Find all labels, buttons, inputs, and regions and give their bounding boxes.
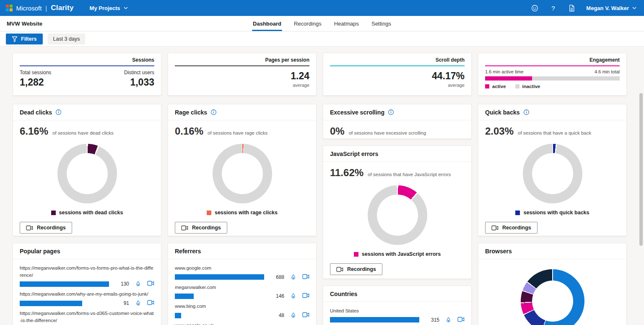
rage-clicks-card: Rage clicks 0.16% of sessions have rage … [168, 104, 317, 236]
countries-list: United States 315 United Kingdom [323, 302, 471, 325]
javascript-errors-recordings-button[interactable]: Recordings [330, 263, 382, 275]
popular-pages-card: Popular pages https://meganvwalker.com/f… [13, 243, 161, 325]
item-label: www.google.co.uk [175, 322, 309, 325]
dead-clicks-card: Dead clicks 6.16% of sessions have dead … [13, 104, 161, 236]
list-item: United States 315 [330, 307, 465, 324]
heatmap-flame-icon[interactable] [290, 293, 296, 299]
scroll-depth-accent-line [330, 65, 465, 66]
rage-clicks-donut [213, 144, 272, 203]
item-label: https://meganvwalker.com/forms-vs-forms-… [20, 265, 154, 278]
heatmap-flame-icon[interactable] [290, 274, 296, 281]
video-camera-icon[interactable] [302, 293, 309, 298]
sessions-stat-card: Sessions Total sessions 1,282 Distinct u… [13, 53, 161, 96]
inactive-legend-label: inactive [522, 84, 540, 89]
user-account-menu[interactable]: Megan V. Walker [586, 5, 636, 11]
tab-heatmaps[interactable]: Heatmaps [334, 16, 359, 31]
quick-backs-value: 2.03% [485, 125, 514, 137]
list-item: https://meganvwalker.com/forms-vs-d365-c… [20, 310, 154, 325]
heatmap-flame-icon[interactable] [135, 300, 141, 307]
pages-per-session-value: 1.24 [175, 70, 309, 82]
engagement-progress-bar [485, 76, 620, 81]
engagement-active-fill [485, 76, 532, 81]
distinct-users-label: Distinct users [124, 70, 154, 75]
javascript-errors-legend-swatch [354, 252, 358, 257]
tab-recordings[interactable]: Recordings [294, 16, 322, 31]
sessions-accent-line [20, 65, 154, 66]
referrers-card: Referrers www.google.com 688 meganvwalke… [168, 243, 317, 325]
excessive-scrolling-card: Excessive scrolling 0% of sessions have … [323, 104, 472, 139]
list-item: https://meganvwalker.com/forms-vs-forms-… [20, 265, 154, 288]
javascript-errors-legend-label: sessions with JavaScript errors [362, 251, 441, 257]
page-scrollbar [638, 93, 644, 325]
dead-clicks-legend-label: sessions with dead clicks [59, 210, 123, 216]
brand-microsoft: Microsoft [16, 5, 42, 12]
heatmap-flame-icon[interactable] [290, 312, 296, 319]
dashboard-tabs: Dashboard Recordings Heatmaps Settings [253, 16, 391, 31]
project-name: MVW Website [7, 21, 42, 27]
item-label: www.google.com [175, 265, 309, 272]
video-camera-icon[interactable] [147, 300, 154, 305]
rage-clicks-legend-label: sessions with rage clicks [215, 210, 278, 216]
video-camera-icon[interactable] [147, 281, 154, 286]
quick-backs-caption: of sessions that have a quick back [518, 130, 591, 135]
quick-backs-recordings-button[interactable]: Recordings [485, 222, 538, 234]
countries-card: Countries United States 315 United Kingd… [323, 286, 472, 325]
my-projects-menu[interactable]: My Projects [90, 5, 128, 11]
chevron-down-icon [632, 7, 636, 9]
tab-dashboard[interactable]: Dashboard [253, 16, 281, 31]
dead-clicks-recordings-button[interactable]: Recordings [20, 222, 72, 234]
filters-button[interactable]: Filters [6, 34, 43, 44]
info-icon[interactable] [523, 109, 530, 115]
popular-pages-title: Popular pages [20, 248, 60, 255]
dead-clicks-title: Dead clicks [20, 109, 52, 116]
item-bar [20, 281, 109, 287]
brand-clarity: Clarity [51, 4, 73, 12]
tab-settings[interactable]: Settings [371, 16, 391, 31]
brand-separator: | [45, 5, 47, 12]
info-icon[interactable] [55, 109, 62, 115]
heatmap-flame-icon[interactable] [135, 281, 141, 287]
dead-clicks-caption: of sessions have dead clicks [52, 130, 114, 135]
user-name: Megan V. Walker [586, 5, 629, 11]
scroll-depth-stat-card: Scroll depth 44.17% average [323, 53, 472, 96]
scroll-depth-title: Scroll depth [330, 57, 465, 63]
info-icon[interactable] [210, 109, 217, 115]
help-icon[interactable]: ? [549, 4, 557, 12]
javascript-errors-caption: of sessions that have JavaScript errors [368, 172, 451, 177]
item-label: United States [330, 307, 465, 315]
quick-backs-legend-label: sessions with quick backs [523, 210, 589, 216]
total-sessions-value: 1,282 [20, 77, 51, 88]
my-projects-label: My Projects [90, 5, 120, 11]
item-bar [175, 294, 264, 299]
video-camera-icon [181, 225, 188, 231]
dead-clicks-legend-swatch [51, 211, 56, 215]
chevron-down-icon [124, 7, 128, 9]
video-camera-icon [26, 225, 33, 231]
dead-clicks-donut [57, 144, 117, 203]
video-camera-icon[interactable] [302, 274, 309, 279]
feedback-smiley-icon[interactable] [531, 4, 538, 12]
referrers-title: Referrers [175, 248, 201, 255]
item-label: www.bing.com [175, 303, 309, 310]
heatmap-flame-icon[interactable] [445, 317, 452, 323]
info-icon[interactable] [388, 109, 394, 115]
item-value: 91 [112, 300, 129, 306]
browsers-title: Browsers [485, 248, 512, 255]
javascript-errors-donut [368, 185, 427, 245]
scrollbar-thumb[interactable] [639, 93, 643, 246]
date-range-chip[interactable]: Last 3 days [48, 34, 86, 44]
list-item: www.google.com 688 [175, 265, 309, 281]
quick-backs-donut [523, 144, 582, 203]
funnel-icon [12, 36, 18, 42]
pages-per-session-accent-line [175, 65, 309, 66]
javascript-errors-value: 11.62% [330, 167, 364, 179]
document-icon[interactable] [568, 4, 575, 12]
item-bar [175, 274, 264, 280]
video-camera-icon[interactable] [457, 317, 465, 322]
dashboard-content: Sessions Total sessions 1,282 Distinct u… [0, 47, 644, 325]
dead-clicks-value: 6.16% [20, 125, 48, 137]
popular-pages-list: https://meganvwalker.com/forms-vs-forms-… [13, 259, 161, 325]
video-camera-icon[interactable] [302, 312, 309, 317]
item-label: https://meganvwalker.com/forms-vs-d365-c… [20, 310, 154, 324]
rage-clicks-recordings-button[interactable]: Recordings [175, 222, 227, 234]
